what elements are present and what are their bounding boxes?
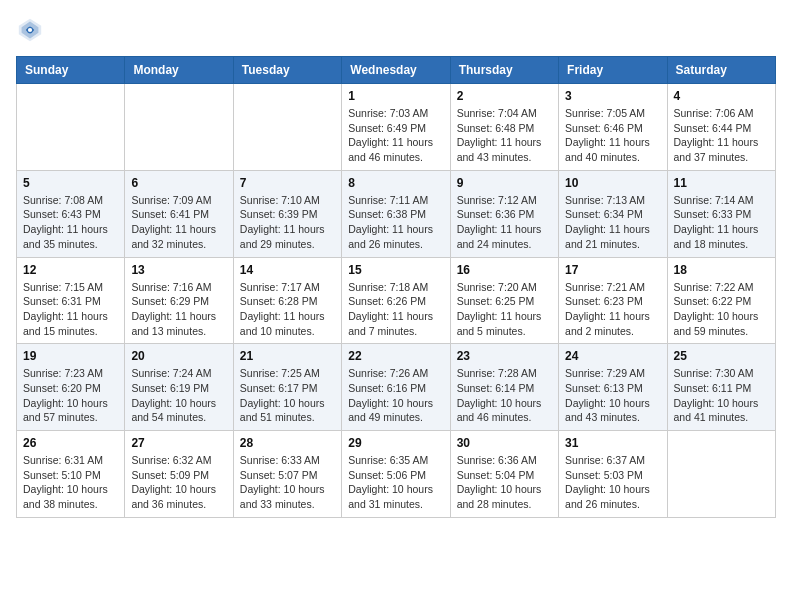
day-info: Sunrise: 7:10 AM Sunset: 6:39 PM Dayligh… (240, 193, 335, 252)
day-info: Sunrise: 7:17 AM Sunset: 6:28 PM Dayligh… (240, 280, 335, 339)
calendar-week-3: 12Sunrise: 7:15 AM Sunset: 6:31 PM Dayli… (17, 257, 776, 344)
day-header-thursday: Thursday (450, 57, 558, 84)
calendar-cell: 14Sunrise: 7:17 AM Sunset: 6:28 PM Dayli… (233, 257, 341, 344)
day-info: Sunrise: 7:25 AM Sunset: 6:17 PM Dayligh… (240, 366, 335, 425)
calendar-cell: 4Sunrise: 7:06 AM Sunset: 6:44 PM Daylig… (667, 84, 775, 171)
day-info: Sunrise: 7:03 AM Sunset: 6:49 PM Dayligh… (348, 106, 443, 165)
calendar-cell: 1Sunrise: 7:03 AM Sunset: 6:49 PM Daylig… (342, 84, 450, 171)
day-number: 25 (674, 349, 769, 363)
calendar-cell: 13Sunrise: 7:16 AM Sunset: 6:29 PM Dayli… (125, 257, 233, 344)
day-number: 14 (240, 263, 335, 277)
calendar-cell: 10Sunrise: 7:13 AM Sunset: 6:34 PM Dayli… (559, 170, 667, 257)
day-info: Sunrise: 7:20 AM Sunset: 6:25 PM Dayligh… (457, 280, 552, 339)
calendar-cell: 28Sunrise: 6:33 AM Sunset: 5:07 PM Dayli… (233, 431, 341, 518)
svg-point-2 (28, 28, 32, 32)
day-number: 2 (457, 89, 552, 103)
day-number: 16 (457, 263, 552, 277)
logo (16, 16, 48, 44)
calendar-cell: 5Sunrise: 7:08 AM Sunset: 6:43 PM Daylig… (17, 170, 125, 257)
calendar-cell (233, 84, 341, 171)
day-info: Sunrise: 7:05 AM Sunset: 6:46 PM Dayligh… (565, 106, 660, 165)
logo-icon (16, 16, 44, 44)
calendar-cell: 29Sunrise: 6:35 AM Sunset: 5:06 PM Dayli… (342, 431, 450, 518)
day-number: 21 (240, 349, 335, 363)
calendar-cell: 19Sunrise: 7:23 AM Sunset: 6:20 PM Dayli… (17, 344, 125, 431)
day-number: 12 (23, 263, 118, 277)
day-info: Sunrise: 7:06 AM Sunset: 6:44 PM Dayligh… (674, 106, 769, 165)
day-info: Sunrise: 7:18 AM Sunset: 6:26 PM Dayligh… (348, 280, 443, 339)
day-number: 1 (348, 89, 443, 103)
calendar-cell: 24Sunrise: 7:29 AM Sunset: 6:13 PM Dayli… (559, 344, 667, 431)
day-info: Sunrise: 7:28 AM Sunset: 6:14 PM Dayligh… (457, 366, 552, 425)
day-number: 18 (674, 263, 769, 277)
day-info: Sunrise: 7:30 AM Sunset: 6:11 PM Dayligh… (674, 366, 769, 425)
day-header-tuesday: Tuesday (233, 57, 341, 84)
day-number: 15 (348, 263, 443, 277)
calendar-cell: 2Sunrise: 7:04 AM Sunset: 6:48 PM Daylig… (450, 84, 558, 171)
day-number: 3 (565, 89, 660, 103)
day-number: 5 (23, 176, 118, 190)
calendar-cell: 9Sunrise: 7:12 AM Sunset: 6:36 PM Daylig… (450, 170, 558, 257)
calendar-cell (17, 84, 125, 171)
calendar-table: SundayMondayTuesdayWednesdayThursdayFrid… (16, 56, 776, 518)
day-info: Sunrise: 7:11 AM Sunset: 6:38 PM Dayligh… (348, 193, 443, 252)
calendar-cell (667, 431, 775, 518)
day-info: Sunrise: 6:35 AM Sunset: 5:06 PM Dayligh… (348, 453, 443, 512)
day-number: 20 (131, 349, 226, 363)
day-number: 6 (131, 176, 226, 190)
day-info: Sunrise: 7:15 AM Sunset: 6:31 PM Dayligh… (23, 280, 118, 339)
day-info: Sunrise: 7:12 AM Sunset: 6:36 PM Dayligh… (457, 193, 552, 252)
day-number: 7 (240, 176, 335, 190)
calendar-cell: 17Sunrise: 7:21 AM Sunset: 6:23 PM Dayli… (559, 257, 667, 344)
day-info: Sunrise: 6:37 AM Sunset: 5:03 PM Dayligh… (565, 453, 660, 512)
day-number: 29 (348, 436, 443, 450)
calendar-cell: 26Sunrise: 6:31 AM Sunset: 5:10 PM Dayli… (17, 431, 125, 518)
calendar-cell: 16Sunrise: 7:20 AM Sunset: 6:25 PM Dayli… (450, 257, 558, 344)
calendar-header-row: SundayMondayTuesdayWednesdayThursdayFrid… (17, 57, 776, 84)
day-number: 31 (565, 436, 660, 450)
day-header-friday: Friday (559, 57, 667, 84)
day-number: 22 (348, 349, 443, 363)
calendar-cell: 11Sunrise: 7:14 AM Sunset: 6:33 PM Dayli… (667, 170, 775, 257)
calendar-cell: 3Sunrise: 7:05 AM Sunset: 6:46 PM Daylig… (559, 84, 667, 171)
day-info: Sunrise: 6:36 AM Sunset: 5:04 PM Dayligh… (457, 453, 552, 512)
calendar-cell: 27Sunrise: 6:32 AM Sunset: 5:09 PM Dayli… (125, 431, 233, 518)
day-info: Sunrise: 7:16 AM Sunset: 6:29 PM Dayligh… (131, 280, 226, 339)
day-number: 24 (565, 349, 660, 363)
day-number: 11 (674, 176, 769, 190)
day-info: Sunrise: 7:13 AM Sunset: 6:34 PM Dayligh… (565, 193, 660, 252)
day-number: 27 (131, 436, 226, 450)
day-info: Sunrise: 6:33 AM Sunset: 5:07 PM Dayligh… (240, 453, 335, 512)
day-header-sunday: Sunday (17, 57, 125, 84)
day-info: Sunrise: 7:04 AM Sunset: 6:48 PM Dayligh… (457, 106, 552, 165)
day-number: 10 (565, 176, 660, 190)
calendar-cell: 15Sunrise: 7:18 AM Sunset: 6:26 PM Dayli… (342, 257, 450, 344)
day-number: 26 (23, 436, 118, 450)
calendar-week-4: 19Sunrise: 7:23 AM Sunset: 6:20 PM Dayli… (17, 344, 776, 431)
day-info: Sunrise: 7:26 AM Sunset: 6:16 PM Dayligh… (348, 366, 443, 425)
calendar-cell: 7Sunrise: 7:10 AM Sunset: 6:39 PM Daylig… (233, 170, 341, 257)
calendar-cell: 31Sunrise: 6:37 AM Sunset: 5:03 PM Dayli… (559, 431, 667, 518)
calendar-week-1: 1Sunrise: 7:03 AM Sunset: 6:49 PM Daylig… (17, 84, 776, 171)
day-header-wednesday: Wednesday (342, 57, 450, 84)
day-number: 30 (457, 436, 552, 450)
day-number: 19 (23, 349, 118, 363)
calendar-cell: 30Sunrise: 6:36 AM Sunset: 5:04 PM Dayli… (450, 431, 558, 518)
day-number: 8 (348, 176, 443, 190)
day-number: 23 (457, 349, 552, 363)
day-number: 17 (565, 263, 660, 277)
day-info: Sunrise: 6:31 AM Sunset: 5:10 PM Dayligh… (23, 453, 118, 512)
day-info: Sunrise: 7:24 AM Sunset: 6:19 PM Dayligh… (131, 366, 226, 425)
calendar-cell: 21Sunrise: 7:25 AM Sunset: 6:17 PM Dayli… (233, 344, 341, 431)
day-header-monday: Monday (125, 57, 233, 84)
calendar-cell: 12Sunrise: 7:15 AM Sunset: 6:31 PM Dayli… (17, 257, 125, 344)
day-info: Sunrise: 7:08 AM Sunset: 6:43 PM Dayligh… (23, 193, 118, 252)
calendar-cell: 25Sunrise: 7:30 AM Sunset: 6:11 PM Dayli… (667, 344, 775, 431)
day-number: 4 (674, 89, 769, 103)
day-number: 13 (131, 263, 226, 277)
day-number: 28 (240, 436, 335, 450)
page-header (16, 16, 776, 44)
calendar-cell: 23Sunrise: 7:28 AM Sunset: 6:14 PM Dayli… (450, 344, 558, 431)
calendar-cell: 22Sunrise: 7:26 AM Sunset: 6:16 PM Dayli… (342, 344, 450, 431)
day-header-saturday: Saturday (667, 57, 775, 84)
